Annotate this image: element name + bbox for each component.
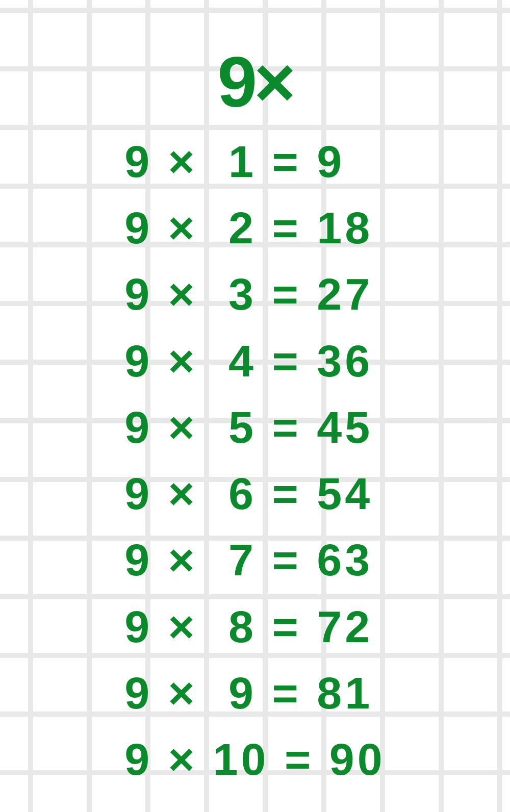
equals-sign: =	[272, 468, 301, 519]
equation-row: 9 × 1 = 9	[124, 129, 385, 195]
product: 45	[317, 402, 373, 452]
product: 81	[317, 668, 373, 718]
equals-sign: =	[272, 269, 301, 319]
multiplier: 8	[228, 601, 257, 652]
multiplier: 4	[228, 336, 257, 386]
multiplier: 7	[228, 535, 257, 585]
times-sign: ×	[168, 535, 197, 585]
times-sign: ×	[168, 601, 197, 652]
equals-sign: =	[272, 668, 301, 718]
product: 18	[317, 202, 373, 253]
equation-row: 9 × 3 = 27	[124, 261, 385, 327]
times-sign: ×	[168, 202, 197, 253]
equals-sign: =	[272, 136, 301, 187]
multiplicand: 9	[124, 269, 152, 319]
product: 27	[317, 269, 373, 319]
multiplicand: 9	[124, 336, 152, 386]
equation-row: 9 × 6 = 54	[124, 461, 385, 527]
multiplier: 3	[228, 269, 257, 319]
equation-row: 9 × 4 = 36	[124, 328, 385, 394]
equals-sign: =	[272, 402, 301, 452]
times-sign: ×	[168, 136, 197, 187]
times-sign: ×	[168, 336, 197, 386]
times-sign: ×	[168, 468, 197, 519]
multiplicand: 9	[124, 734, 152, 784]
product: 9	[317, 136, 345, 187]
product: 72	[317, 601, 373, 652]
equals-sign: =	[272, 336, 301, 386]
multiplicand: 9	[124, 468, 152, 519]
table-title: 9×	[0, 41, 510, 123]
product: 90	[329, 734, 386, 784]
equals-sign: =	[285, 734, 314, 784]
equation-row: 9 × 7 = 63	[124, 527, 385, 593]
equals-sign: =	[272, 601, 301, 652]
equals-sign: =	[272, 535, 301, 585]
times-sign: ×	[168, 668, 197, 718]
times-sign: ×	[168, 402, 197, 452]
multiplier: 1	[228, 136, 257, 187]
multiplier: 5	[228, 402, 257, 452]
equation-row: 9 × 8 = 72	[124, 594, 385, 660]
multiplier: 9	[228, 668, 257, 718]
times-table-sheet: 9× 9 × 1 = 9 9 × 2 = 18 9 × 3 = 27 9 × 4…	[0, 0, 510, 793]
multiplier: 2	[228, 202, 257, 253]
equation-row: 9 × 9 = 81	[124, 660, 385, 726]
equation-row: 9 × 10 = 90	[124, 726, 385, 793]
multiplier: 10	[213, 734, 269, 784]
multiplicand: 9	[124, 402, 152, 452]
product: 36	[317, 336, 373, 386]
product: 63	[317, 535, 373, 585]
equation-row: 9 × 5 = 45	[124, 394, 385, 461]
times-sign: ×	[168, 269, 197, 319]
multiplicand: 9	[124, 535, 152, 585]
multiplicand: 9	[124, 136, 152, 187]
equals-sign: =	[272, 202, 301, 253]
equation-list: 9 × 1 = 9 9 × 2 = 18 9 × 3 = 27 9 × 4 = …	[124, 129, 385, 793]
multiplier: 6	[228, 468, 257, 519]
multiplicand: 9	[124, 668, 152, 718]
product: 54	[317, 468, 373, 519]
multiplicand: 9	[124, 601, 152, 652]
equation-row: 9 × 2 = 18	[124, 195, 385, 261]
multiplicand: 9	[124, 202, 152, 253]
times-sign: ×	[168, 734, 197, 784]
